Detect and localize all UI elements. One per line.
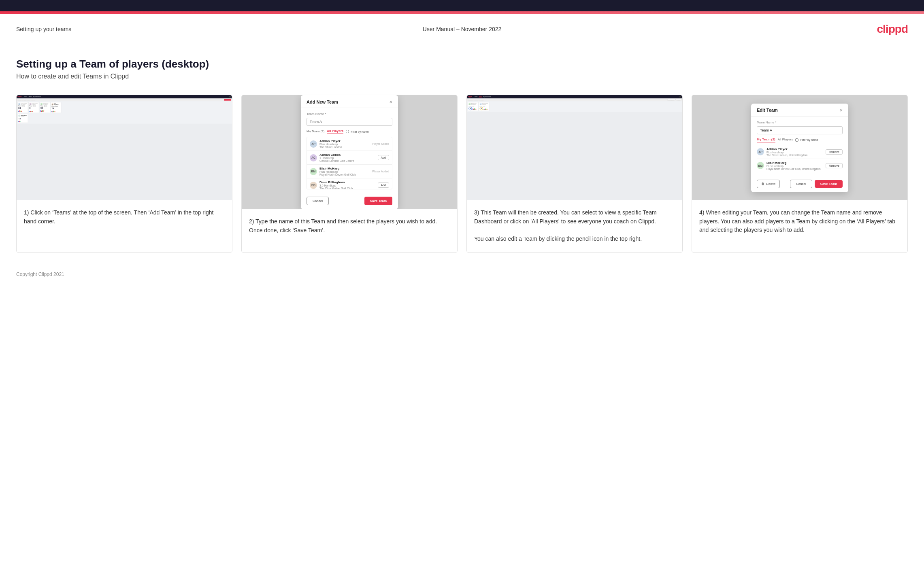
header: Setting up your teams User Manual – Nove… xyxy=(0,14,924,43)
player-club: Plus HandicapRoyal North Devon Golf Club xyxy=(319,170,372,176)
filter-area: Filter by name xyxy=(346,130,368,133)
screenshot-3: clippd Home Teams My Performance ✏ Viewi… xyxy=(467,95,682,200)
team-name-label: Team Name * xyxy=(307,112,392,116)
card-1: clippd Home Teams My Performance ⚙ Viewi… xyxy=(16,95,232,253)
player-info: Adrian Player Plus HandicapThe Shire Lon… xyxy=(319,139,372,148)
tab-all-players-edit[interactable]: All Players xyxy=(778,138,793,142)
card-3-text: 3) This Team will then be created. You c… xyxy=(467,200,682,252)
player-club: 3.5 HandicapThe Ding Maling Golf Club xyxy=(319,184,378,189)
player-added-label: Player Added xyxy=(372,170,389,173)
player-name: Adrian Coliba xyxy=(319,153,378,157)
player-row: BM Blair McHarg Plus HandicapRoyal North… xyxy=(307,165,392,178)
edit-player-row: BM Blair McHarg Plus HandicapRoyal North… xyxy=(757,159,843,172)
cancel-edit-button[interactable]: Cancel xyxy=(790,180,812,188)
player-info: Adrian Coliba 1 HandicapCentral London G… xyxy=(319,153,378,162)
card-2: Add New Team × Team Name * My Team (2) A… xyxy=(241,95,458,253)
player-row: AC Adrian Coliba 1 HandicapCentral Londo… xyxy=(307,151,392,165)
edit-team-name-input[interactable] xyxy=(757,126,843,134)
player-info: Blair McHarg Plus HandicapRoyal North De… xyxy=(319,167,372,176)
player-club: Plus HandicapRoyal North Devon Golf Club… xyxy=(766,165,826,170)
edit-modal-body: Team Name * My Team (2) All Players Filt… xyxy=(751,117,848,176)
modal-footer: Cancel Save Team xyxy=(301,193,398,209)
header-section-label: Setting up your teams xyxy=(16,26,71,32)
player-info: Blair McHarg Plus HandicapRoyal North De… xyxy=(766,161,826,170)
player-info: Dave Billingham 3.5 HandicapThe Ding Mal… xyxy=(319,180,378,189)
player-name: Adrian Player xyxy=(766,147,826,151)
filter-area-edit: Filter by name xyxy=(795,138,818,142)
save-team-button[interactable]: Save Team xyxy=(364,197,392,205)
card-4-text: 4) When editing your Team, you can chang… xyxy=(692,200,907,252)
edit-modal-header: Edit Team × xyxy=(751,104,848,117)
player-avatar: DB xyxy=(310,182,317,189)
player-name: Blair McHarg xyxy=(766,161,826,165)
filter-checkbox-edit[interactable] xyxy=(795,138,798,142)
modal-header: Add New Team × xyxy=(301,95,398,108)
player-name: Dave Billingham xyxy=(319,180,378,184)
edit-modal-tabs: My Team (2) All Players Filter by name xyxy=(757,138,843,142)
remove-player-button[interactable]: Remove xyxy=(826,149,843,155)
filter-label-edit: Filter by name xyxy=(800,138,818,141)
player-avatar: AP xyxy=(757,148,764,155)
player-row: DB Dave Billingham 3.5 HandicapThe Ding … xyxy=(307,178,392,189)
player-avatar: BM xyxy=(310,168,317,175)
top-bar xyxy=(0,0,924,11)
edit-modal-footer: 🗑Delete Cancel Save Team xyxy=(751,176,848,192)
card-3: clippd Home Teams My Performance ✏ Viewi… xyxy=(466,95,683,253)
header-manual-title: User Manual – November 2022 xyxy=(423,26,502,32)
player-club: Plus HandicapThe Shire London xyxy=(319,143,372,148)
trash-icon: 🗑 xyxy=(761,182,764,186)
add-player-button[interactable]: Add xyxy=(378,155,389,160)
footer: Copyright Clippd 2021 xyxy=(0,265,924,284)
edit-modal-title: Edit Team xyxy=(757,108,778,112)
delete-team-button[interactable]: 🗑Delete xyxy=(757,180,780,188)
screenshot-4: Edit Team × Team Name * My Team (2) All … xyxy=(692,95,907,200)
add-team-modal: Add New Team × Team Name * My Team (2) A… xyxy=(301,95,398,209)
player-info: Adrian Player Plus HandicapThe Shire Lon… xyxy=(766,147,826,157)
tab-my-team-edit[interactable]: My Team (2) xyxy=(757,138,775,142)
player-avatar: AC xyxy=(310,154,317,161)
page-title: Setting up a Team of players (desktop) xyxy=(16,58,908,70)
player-row: AP Adrian Player Plus HandicapThe Shire … xyxy=(307,137,392,151)
player-list: AP Adrian Player Plus HandicapThe Shire … xyxy=(307,137,392,189)
tab-all-players[interactable]: All Players xyxy=(327,129,343,134)
modal-tabs: My Team (2) All Players Filter by name xyxy=(307,129,392,134)
modal-body: Team Name * My Team (2) All Players Filt… xyxy=(301,108,398,193)
player-name: Adrian Player xyxy=(319,139,372,143)
save-team-edit-button[interactable]: Save Team xyxy=(815,180,843,188)
filter-checkbox[interactable] xyxy=(346,130,349,133)
remove-player-button[interactable]: Remove xyxy=(826,163,843,168)
copyright-text: Copyright Clippd 2021 xyxy=(16,272,64,277)
edit-player-list: AP Adrian Player Plus HandicapThe Shire … xyxy=(757,145,843,172)
main-content: Setting up a Team of players (desktop) H… xyxy=(0,43,924,265)
cancel-button[interactable]: Cancel xyxy=(307,197,329,205)
edit-modal-close-icon[interactable]: × xyxy=(839,108,843,113)
player-club: 1 HandicapCentral London Golf Centre xyxy=(319,157,378,162)
add-player-button[interactable]: Add xyxy=(378,182,389,188)
player-name: Blair McHarg xyxy=(319,167,372,170)
delete-label: Delete xyxy=(766,182,775,186)
player-avatar: BM xyxy=(757,162,764,169)
team-name-input[interactable] xyxy=(307,118,392,126)
filter-label: Filter by name xyxy=(351,130,368,133)
card-1-text: 1) Click on ‘Teams’ at the top of the sc… xyxy=(17,200,232,252)
modal-close-icon[interactable]: × xyxy=(389,99,392,104)
tab-my-team[interactable]: My Team (2) xyxy=(307,129,324,134)
screenshot-1: clippd Home Teams My Performance ⚙ Viewi… xyxy=(17,95,232,200)
card-4: Edit Team × Team Name * My Team (2) All … xyxy=(692,95,908,253)
edit-team-modal: Edit Team × Team Name * My Team (2) All … xyxy=(751,104,848,192)
cards-row: clippd Home Teams My Performance ⚙ Viewi… xyxy=(16,95,908,253)
player-avatar: AP xyxy=(310,140,317,148)
card-2-text: 2) Type the name of this Team and then s… xyxy=(242,209,457,252)
page-subtitle: How to create and edit Teams in Clippd xyxy=(16,73,908,80)
edit-team-name-label: Team Name * xyxy=(757,121,843,124)
clippd-logo: clippd xyxy=(877,23,908,36)
player-club: Plus HandicapThe Shire London, United Ki… xyxy=(766,151,826,157)
modal-title: Add New Team xyxy=(307,100,338,104)
player-added-label: Player Added xyxy=(372,142,389,145)
edit-player-row: AP Adrian Player Plus HandicapThe Shire … xyxy=(757,145,843,159)
screenshot-2: Add New Team × Team Name * My Team (2) A… xyxy=(242,95,457,209)
